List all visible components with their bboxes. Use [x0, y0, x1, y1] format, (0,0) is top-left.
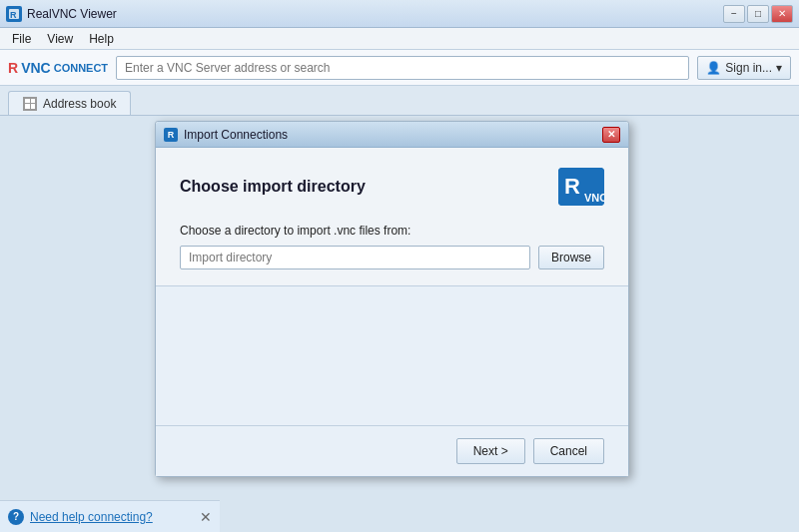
window-title: RealVNC Viewer	[27, 7, 723, 21]
menu-view[interactable]: View	[39, 30, 81, 48]
help-bar: ? Need help connecting? ✕	[0, 500, 220, 532]
address-book-icon	[23, 97, 37, 111]
title-bar: R RealVNC Viewer − □ ✕	[0, 0, 799, 28]
dialog-footer: Next > Cancel	[156, 425, 628, 476]
cancel-button[interactable]: Cancel	[533, 438, 604, 464]
dialog-close-button[interactable]: ✕	[602, 127, 620, 143]
next-button[interactable]: Next >	[456, 438, 525, 464]
logo-rv: R	[8, 60, 18, 76]
window-close-button[interactable]: ✕	[771, 5, 793, 23]
menu-file[interactable]: File	[4, 30, 39, 48]
svg-text:VNC: VNC	[584, 192, 604, 204]
help-link[interactable]: Need help connecting?	[30, 510, 194, 524]
search-input[interactable]	[116, 56, 689, 80]
svg-text:R: R	[564, 174, 580, 199]
app-icon: R	[6, 6, 22, 22]
vnc-logo: RVNC CONNECT	[8, 60, 108, 76]
dialog-title: Import Connections	[184, 128, 602, 142]
menu-help[interactable]: Help	[81, 30, 122, 48]
main-area: R Import Connections ✕ Choose import dir…	[0, 116, 799, 532]
import-directory-input[interactable]	[180, 246, 530, 269]
sign-in-label: Sign in...	[725, 61, 772, 75]
address-bar: RVNC CONNECT 👤 Sign in... ▾	[0, 50, 799, 86]
tab-address-book[interactable]: Address book	[8, 91, 131, 115]
dialog-title-icon: R	[164, 128, 178, 142]
tab-address-book-label: Address book	[43, 97, 116, 111]
tab-bar: Address book	[0, 86, 799, 116]
svg-text:R: R	[10, 10, 17, 20]
help-close-button[interactable]: ✕	[200, 509, 212, 525]
search-wrapper	[116, 56, 689, 80]
logo-connect: CONNECT	[54, 62, 108, 74]
user-icon: 👤	[706, 61, 721, 75]
dialog-label: Choose a directory to import .vnc files …	[180, 224, 604, 238]
dialog-input-row: Browse	[180, 246, 604, 269]
chevron-down-icon: ▾	[776, 61, 782, 75]
browse-button[interactable]: Browse	[538, 246, 604, 269]
maximize-button[interactable]: □	[747, 5, 769, 23]
menu-bar: File View Help	[0, 28, 799, 50]
help-icon: ?	[8, 509, 24, 525]
dialog-header: Choose import directory R VNC	[180, 168, 604, 206]
import-connections-dialog: R Import Connections ✕ Choose import dir…	[155, 121, 629, 477]
sign-in-button[interactable]: 👤 Sign in... ▾	[697, 56, 791, 80]
logo-nc: VNC	[21, 60, 51, 76]
dialog-content-area	[156, 285, 628, 425]
rvnc-logo: R VNC	[558, 168, 604, 206]
dialog-body: Choose import directory R VNC Choose a d…	[156, 148, 628, 476]
dialog-heading: Choose import directory	[180, 178, 366, 196]
dialog-titlebar: R Import Connections ✕	[156, 122, 628, 148]
minimize-button[interactable]: −	[723, 5, 745, 23]
window-controls: − □ ✕	[723, 5, 793, 23]
